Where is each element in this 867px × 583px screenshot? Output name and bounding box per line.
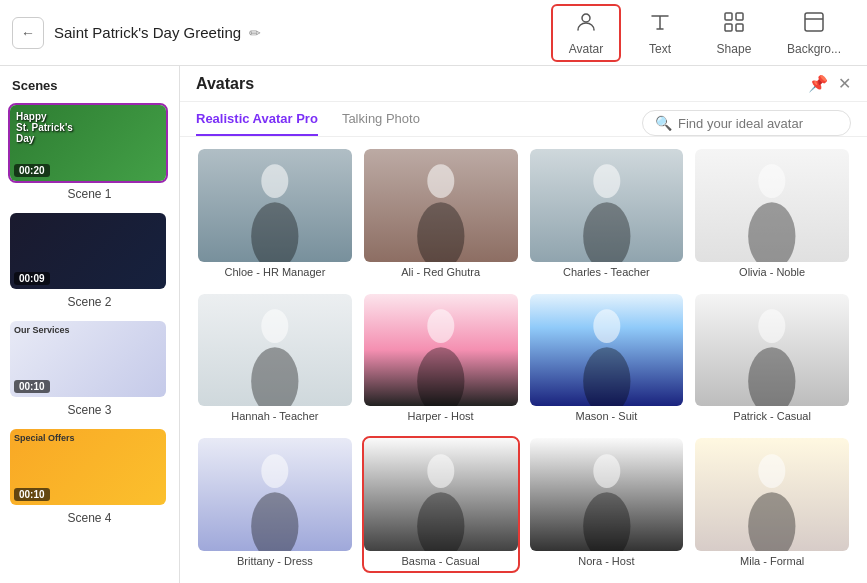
avatar-card-ali[interactable]: Ali - Red Ghutra <box>362 147 520 284</box>
scene-thumb-1: HappySt. Patrick'sDay 00:20 <box>8 103 168 183</box>
scene-item-4[interactable]: Special Offers 00:10 Scene 4 <box>8 427 171 525</box>
avatar-name-chloe: Chloe - HR Manager <box>198 262 352 282</box>
svg-point-11 <box>583 203 630 262</box>
avatar-thumb-mason <box>530 294 684 407</box>
svg-point-22 <box>261 454 288 488</box>
avatar-card-charles[interactable]: Charles - Teacher <box>528 147 686 284</box>
avatar-card-mila[interactable]: Mila - Formal <box>693 436 851 573</box>
scene-label-4: Scene 4 <box>8 511 171 525</box>
svg-point-21 <box>748 347 795 406</box>
avatar-name-mila: Mila - Formal <box>695 551 849 571</box>
avatars-panel: Avatars 📌 ✕ Realistic Avatar Pro Talking… <box>180 66 867 583</box>
edit-title-icon[interactable]: ✏ <box>249 25 261 41</box>
tool-shape[interactable]: Shape <box>699 4 769 62</box>
svg-rect-1 <box>725 13 732 20</box>
svg-point-15 <box>251 347 298 406</box>
close-icon[interactable]: ✕ <box>838 74 851 93</box>
avatar-card-mason[interactable]: Mason - Suit <box>528 292 686 429</box>
tab-talking-photo[interactable]: Talking Photo <box>342 111 420 136</box>
avatar-name-mason: Mason - Suit <box>530 406 684 426</box>
svg-point-19 <box>583 347 630 406</box>
avatar-label: Avatar <box>569 42 603 56</box>
main-content: Scenes HappySt. Patrick'sDay 00:20 Scene… <box>0 66 867 583</box>
avatar-thumb-ali <box>364 149 518 262</box>
svg-point-18 <box>593 309 620 343</box>
avatar-name-ali: Ali - Red Ghutra <box>364 262 518 282</box>
avatar-card-hannah[interactable]: Hannah - Teacher <box>196 292 354 429</box>
avatar-card-brittany[interactable]: Brittany - Dress <box>196 436 354 573</box>
scene-item-3[interactable]: Our Services 00:10 Scene 3 <box>8 319 171 417</box>
svg-point-17 <box>417 347 464 406</box>
avatar-grid: Chloe - HR Manager Ali - Red Ghutra Char… <box>180 137 867 583</box>
avatar-thumb-mila <box>695 438 849 551</box>
svg-point-0 <box>582 14 590 22</box>
pin-icon[interactable]: 📌 <box>808 74 828 93</box>
avatar-name-patrick: Patrick - Casual <box>695 406 849 426</box>
svg-point-24 <box>427 454 454 488</box>
tab-realistic[interactable]: Realistic Avatar Pro <box>196 111 318 136</box>
svg-point-27 <box>583 492 630 551</box>
scene-duration-4: 00:10 <box>14 488 50 501</box>
svg-point-25 <box>417 492 464 551</box>
app-header: ← Saint Patrick's Day Greeting ✏ Avatar … <box>0 0 867 66</box>
avatar-thumb-basma <box>364 438 518 551</box>
tool-background[interactable]: Backgro... <box>773 4 855 62</box>
scene-thumb-4: Special Offers 00:10 <box>8 427 168 507</box>
avatar-thumb-olivia <box>695 149 849 262</box>
scene-thumb-3: Our Services 00:10 <box>8 319 168 399</box>
avatar-icon <box>574 10 598 40</box>
scene-item-2[interactable]: 00:09 Scene 2 <box>8 211 171 309</box>
panel-tabs: Realistic Avatar Pro Talking Photo 🔍 <box>180 102 867 137</box>
search-icon: 🔍 <box>655 115 672 131</box>
scene-label-3: Scene 3 <box>8 403 171 417</box>
svg-point-10 <box>593 164 620 198</box>
svg-point-6 <box>261 164 288 198</box>
background-label: Backgro... <box>787 42 841 56</box>
scene-item-1[interactable]: HappySt. Patrick'sDay 00:20 Scene 1 <box>8 103 171 201</box>
svg-point-23 <box>251 492 298 551</box>
svg-point-9 <box>417 203 464 262</box>
avatar-name-basma: Basma - Casual <box>364 551 518 571</box>
avatar-thumb-hannah <box>198 294 352 407</box>
background-icon <box>802 10 826 40</box>
tool-text[interactable]: Text <box>625 4 695 62</box>
avatar-card-chloe[interactable]: Chloe - HR Manager <box>196 147 354 284</box>
search-box: 🔍 <box>642 110 851 136</box>
avatar-card-olivia[interactable]: Olivia - Noble <box>693 147 851 284</box>
svg-rect-3 <box>725 24 732 31</box>
svg-point-13 <box>748 203 795 262</box>
avatar-thumb-patrick <box>695 294 849 407</box>
avatar-thumb-nora <box>530 438 684 551</box>
avatar-name-nora: Nora - Host <box>530 551 684 571</box>
svg-point-12 <box>759 164 786 198</box>
sidebar: Scenes HappySt. Patrick'sDay 00:20 Scene… <box>0 66 180 583</box>
search-input[interactable] <box>678 116 838 131</box>
svg-point-8 <box>427 164 454 198</box>
avatar-name-harper: Harper - Host <box>364 406 518 426</box>
svg-point-16 <box>427 309 454 343</box>
svg-point-14 <box>261 309 288 343</box>
svg-rect-5 <box>805 13 823 31</box>
shape-icon <box>722 10 746 40</box>
svg-rect-2 <box>736 13 743 20</box>
svg-point-7 <box>251 203 298 262</box>
back-button[interactable]: ← <box>12 17 44 49</box>
tool-avatar[interactable]: Avatar <box>551 4 621 62</box>
avatar-card-harper[interactable]: Harper - Host <box>362 292 520 429</box>
avatar-name-charles: Charles - Teacher <box>530 262 684 282</box>
scene-label-2: Scene 2 <box>8 295 171 309</box>
scene-label-1: Scene 1 <box>8 187 171 201</box>
svg-point-20 <box>759 309 786 343</box>
avatar-card-nora[interactable]: Nora - Host <box>528 436 686 573</box>
svg-rect-4 <box>736 24 743 31</box>
avatar-thumb-harper <box>364 294 518 407</box>
toolbar: Avatar Text Shape <box>551 4 855 62</box>
avatar-thumb-charles <box>530 149 684 262</box>
avatar-card-basma[interactable]: Basma - Casual <box>362 436 520 573</box>
scenes-title: Scenes <box>8 78 171 93</box>
text-label: Text <box>649 42 671 56</box>
avatar-thumb-brittany <box>198 438 352 551</box>
project-title: Saint Patrick's Day Greeting <box>54 24 241 41</box>
avatar-name-brittany: Brittany - Dress <box>198 551 352 571</box>
avatar-card-patrick[interactable]: Patrick - Casual <box>693 292 851 429</box>
